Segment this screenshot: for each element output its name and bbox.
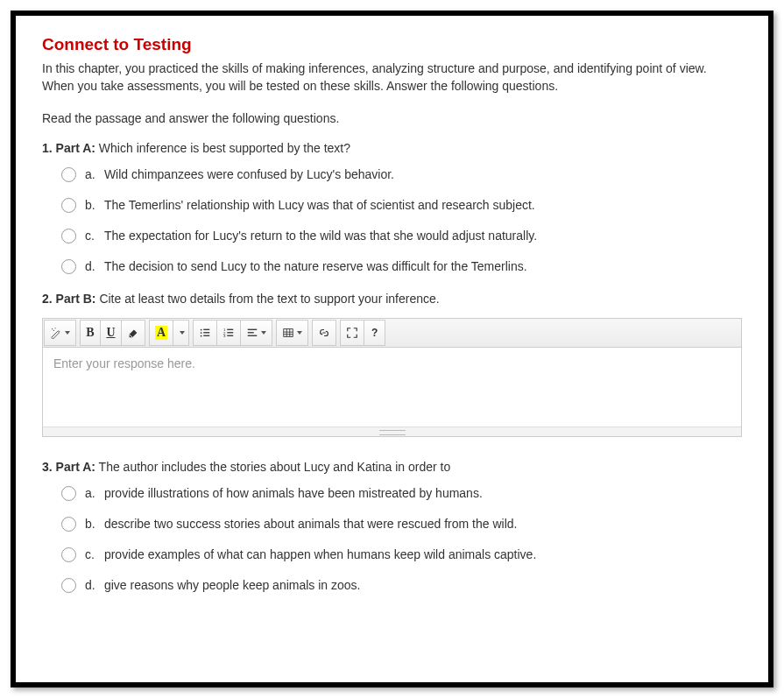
option-letter: c. <box>85 547 101 561</box>
option-letter: d. <box>85 578 101 592</box>
align-icon <box>246 327 258 339</box>
option-row[interactable]: b. describe two success stories about an… <box>61 517 742 532</box>
option-letter: c. <box>85 229 101 243</box>
option-letter: a. <box>85 486 101 500</box>
svg-point-0 <box>52 328 53 329</box>
question-part: Part A: <box>56 141 95 155</box>
question-prompt: Cite at least two details from the text … <box>99 292 439 306</box>
rich-text-editor: B U A <box>42 318 742 437</box>
editor-resize-handle[interactable] <box>43 427 741 436</box>
wand-button[interactable] <box>44 320 76 346</box>
svg-point-5 <box>201 332 202 334</box>
option-row[interactable]: a. provide illustrations of how animals … <box>61 486 742 501</box>
radio-icon[interactable] <box>61 229 76 243</box>
svg-rect-10 <box>227 329 233 330</box>
radio-icon[interactable] <box>61 167 76 182</box>
option-text: provide examples of what can happen when… <box>104 547 536 561</box>
svg-rect-14 <box>227 335 233 336</box>
radio-icon[interactable] <box>61 547 76 562</box>
link-button[interactable] <box>312 320 336 346</box>
svg-rect-16 <box>248 332 254 333</box>
question-3-header: 3. Part A: The author includes the stori… <box>42 460 742 474</box>
chevron-down-icon <box>297 331 302 335</box>
option-letter: a. <box>85 167 101 181</box>
help-button[interactable]: ? <box>364 320 385 346</box>
question-2-header: 2. Part B: Cite at least two details fro… <box>42 292 742 306</box>
option-row[interactable]: d. The decision to send Lucy to the natu… <box>61 259 742 274</box>
option-text: describe two success stories about anima… <box>104 517 518 531</box>
bold-button[interactable]: B <box>80 320 101 346</box>
question-1: 1. Part A: Which inference is best suppo… <box>42 141 742 274</box>
svg-rect-6 <box>203 332 209 333</box>
svg-rect-15 <box>248 329 258 330</box>
numbered-list-icon: 123 <box>222 327 235 339</box>
question-1-header: 1. Part A: Which inference is best suppo… <box>42 141 742 155</box>
radio-icon[interactable] <box>61 198 76 213</box>
align-button[interactable] <box>241 320 272 346</box>
fullscreen-button[interactable] <box>340 320 364 346</box>
question-3-options: a. provide illustrations of how animals … <box>42 486 742 593</box>
radio-icon[interactable] <box>61 486 76 501</box>
unordered-list-button[interactable] <box>193 320 217 346</box>
page-title: Connect to Testing <box>42 35 742 54</box>
editor-toolbar: B U A <box>43 319 741 348</box>
option-row[interactable]: c. provide examples of what can happen w… <box>61 547 742 562</box>
option-text: provide illustrations of how animals hav… <box>104 486 483 500</box>
question-2: 2. Part B: Cite at least two details fro… <box>42 292 742 437</box>
svg-rect-8 <box>203 335 209 336</box>
underline-button[interactable]: U <box>101 320 122 346</box>
editor-textarea[interactable]: Enter your response here. <box>43 348 741 427</box>
table-button[interactable] <box>276 320 308 346</box>
question-prompt: Which inference is best supported by the… <box>99 141 350 155</box>
highlight-dropdown[interactable] <box>173 320 189 346</box>
svg-point-1 <box>55 328 56 328</box>
ordered-list-button[interactable]: 123 <box>217 320 241 346</box>
chevron-down-icon <box>180 331 185 335</box>
option-text: give reasons why people keep animals in … <box>104 578 361 592</box>
chevron-down-icon <box>65 331 70 335</box>
question-part: Part A: <box>56 460 95 474</box>
directions-paragraph: Read the passage and answer the followin… <box>42 109 742 127</box>
question-number: 3. <box>42 460 53 474</box>
chevron-down-icon <box>261 331 266 335</box>
link-icon <box>318 327 330 339</box>
eraser-icon <box>127 327 139 339</box>
question-number: 1. <box>42 141 53 155</box>
option-row[interactable]: a. Wild chimpanzees were confused by Luc… <box>61 167 742 182</box>
option-row[interactable]: b. The Temerlins' relationship with Lucy… <box>61 198 742 213</box>
intro-paragraph: In this chapter, you practiced the skill… <box>42 60 742 95</box>
svg-rect-17 <box>248 335 258 336</box>
option-text: The expectation for Lucy's return to the… <box>104 229 537 243</box>
option-letter: d. <box>85 259 101 273</box>
highlight-button[interactable]: A <box>149 320 173 346</box>
radio-icon[interactable] <box>61 578 76 593</box>
option-text: The Temerlins' relationship with Lucy wa… <box>104 198 535 212</box>
svg-rect-18 <box>284 329 293 337</box>
highlight-sample: A <box>155 326 167 340</box>
svg-rect-12 <box>227 332 233 333</box>
question-number: 2. <box>42 292 53 306</box>
radio-icon[interactable] <box>61 259 76 274</box>
eraser-button[interactable] <box>122 320 145 346</box>
question-part: Part B: <box>56 292 96 306</box>
bullet-list-icon <box>199 327 211 339</box>
option-text: The decision to send Lucy to the nature … <box>104 259 527 273</box>
assessment-page: Connect to Testing In this chapter, you … <box>11 11 773 687</box>
question-3: 3. Part A: The author includes the stori… <box>42 460 742 593</box>
svg-rect-4 <box>203 329 209 330</box>
svg-point-3 <box>201 329 202 331</box>
radio-icon[interactable] <box>61 517 76 532</box>
question-1-options: a. Wild chimpanzees were confused by Luc… <box>42 167 742 274</box>
option-letter: b. <box>85 517 101 531</box>
question-prompt: The author includes the stories about Lu… <box>99 460 451 474</box>
table-icon <box>282 327 294 339</box>
svg-point-2 <box>53 330 54 331</box>
option-row[interactable]: d. give reasons why people keep animals … <box>61 578 742 593</box>
option-letter: b. <box>85 198 101 212</box>
option-row[interactable]: c. The expectation for Lucy's return to … <box>61 229 742 243</box>
svg-text:3: 3 <box>223 334 226 338</box>
svg-point-7 <box>201 335 202 337</box>
fullscreen-icon <box>346 327 358 339</box>
wand-icon <box>50 327 62 339</box>
option-text: Wild chimpanzees were confused by Lucy's… <box>104 167 394 181</box>
